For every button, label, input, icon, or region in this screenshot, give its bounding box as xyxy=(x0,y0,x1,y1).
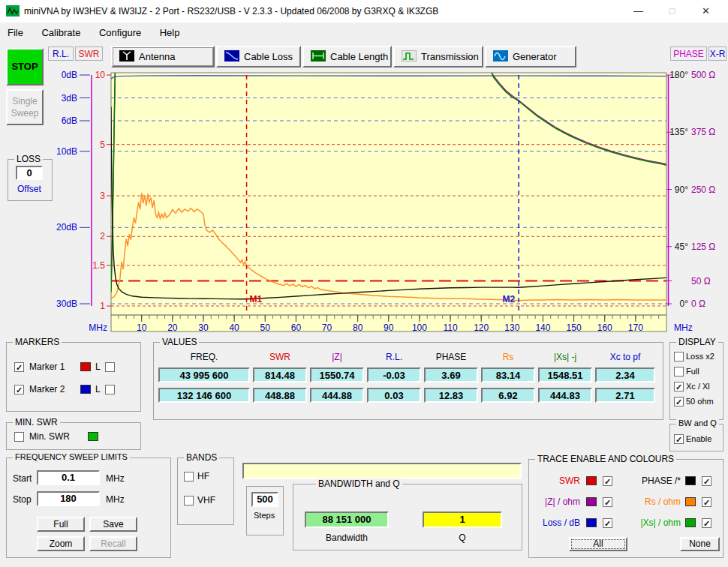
tab-generator[interactable]: Generator xyxy=(485,46,576,68)
trace-swr-label: SWR xyxy=(534,476,580,486)
full-checkbox[interactable] xyxy=(674,367,684,376)
hf-checkbox[interactable] xyxy=(184,472,194,482)
bw-q-group-legend: BW and Q xyxy=(676,418,719,428)
svg-text:120: 120 xyxy=(474,322,489,333)
svg-text:30: 30 xyxy=(198,322,209,333)
xr-axis-label: X-R xyxy=(708,46,726,61)
stop-freq-input[interactable]: 180 xyxy=(37,491,100,506)
values-header-xs: |Xs| -j xyxy=(538,352,592,362)
full-span-button[interactable]: Full xyxy=(37,517,85,532)
x-unit-right: MHz xyxy=(674,322,693,333)
m2-freq-value: 132 146 600 xyxy=(158,388,250,403)
svg-text:110: 110 xyxy=(443,322,457,333)
loss-x2-checkbox[interactable] xyxy=(674,352,684,362)
steps-group: 500 Steps xyxy=(246,486,284,536)
svg-text:70: 70 xyxy=(322,322,332,333)
trace-rs-label: Rs / ohm xyxy=(619,496,681,507)
loss-x2-label: Loss x2 xyxy=(686,352,714,361)
trace-swr-checkbox[interactable]: ✓ xyxy=(603,476,612,486)
steps-input[interactable]: 500 xyxy=(251,492,278,507)
all-traces-button[interactable]: All xyxy=(569,537,627,551)
trace-z-label: |Z| / ohm xyxy=(534,496,580,507)
min-swr-checkbox[interactable] xyxy=(14,432,24,442)
svg-text:10: 10 xyxy=(137,322,147,333)
marker1-color-swatch[interactable] xyxy=(80,362,91,371)
maximize-button: □ xyxy=(655,0,689,22)
no-traces-button[interactable]: None xyxy=(680,537,720,551)
m1-phase-value: 3.69 xyxy=(424,368,478,382)
min-swr-group-legend: MIN. SWR xyxy=(13,417,60,428)
marker2-lock-checkbox[interactable] xyxy=(105,385,115,394)
fifty-ohm-checkbox[interactable]: ✓ xyxy=(674,397,684,406)
svg-text:170: 170 xyxy=(628,322,643,333)
values-header-phase: PHASE xyxy=(424,352,478,362)
steps-label: Steps xyxy=(254,511,275,520)
sweep-chart[interactable]: 1020304050607080901001101201301401501601… xyxy=(0,71,728,338)
menu-help[interactable]: Help xyxy=(152,22,188,43)
values-header-xc: Xc to pf xyxy=(595,352,655,362)
trace-loss-swatch[interactable] xyxy=(586,518,597,527)
stop-unit-label: MHz xyxy=(106,494,125,505)
recall-button[interactable]: Recall xyxy=(89,536,137,551)
svg-text:40: 40 xyxy=(229,322,239,333)
swr-axis-label: SWR xyxy=(75,46,103,61)
trace-phase-swatch[interactable] xyxy=(685,476,696,485)
bands-group: BANDS HF VHF xyxy=(177,458,234,525)
values-header-rl: R.L. xyxy=(367,352,421,362)
start-freq-input[interactable]: 0.1 xyxy=(37,470,100,485)
m1-rs-value: 83.14 xyxy=(481,368,535,382)
tab-transmission[interactable]: Transmission xyxy=(393,46,483,68)
tab-cable-loss[interactable]: Cable Loss xyxy=(216,46,301,68)
values-group-legend: VALUES xyxy=(160,337,199,347)
sweep-limits-legend: FREQUENCY SWEEP LIMITS xyxy=(13,452,130,461)
xc-xl-label: Xc / Xl xyxy=(686,382,710,391)
tab-cable-length[interactable]: Cable Length xyxy=(302,46,392,68)
marker1-checkbox[interactable]: ✓ xyxy=(14,362,24,372)
menu-calibrate[interactable]: Calibrate xyxy=(34,22,88,43)
stop-label: Stop xyxy=(13,494,32,505)
trace-rs-swatch[interactable] xyxy=(685,497,696,506)
save-button[interactable]: Save xyxy=(89,517,137,532)
xc-xl-checkbox[interactable]: ✓ xyxy=(674,382,684,392)
min-swr-color-swatch[interactable] xyxy=(88,432,98,441)
m1-freq-value: 43 995 600 xyxy=(158,368,250,382)
q-label: Q xyxy=(423,532,502,543)
zoom-button[interactable]: Zoom xyxy=(37,536,85,551)
stop-button[interactable]: STOP xyxy=(6,48,44,86)
min-swr-group: MIN. SWR Min. SWR xyxy=(6,422,141,450)
window-title: miniVNA by IW3HEV & IW3IJZ - 2 Port - RS… xyxy=(24,0,438,22)
loss-offset-input[interactable]: 0 xyxy=(16,166,43,180)
rl-axis-label: R.L. xyxy=(48,46,74,61)
single-sweep-button[interactable]: Single Sweep xyxy=(6,89,44,125)
m1-xs-value: 1548.51 xyxy=(538,368,592,382)
marker2-color-swatch[interactable] xyxy=(80,385,91,394)
trace-phase-checkbox[interactable]: ✓ xyxy=(702,476,711,486)
trace-xs-checkbox[interactable]: ✓ xyxy=(702,518,711,528)
svg-text:45°: 45° xyxy=(675,242,688,252)
marker1-lock-checkbox[interactable] xyxy=(105,362,115,372)
svg-text:3dB: 3dB xyxy=(62,93,77,104)
bw-enable-checkbox[interactable]: ✓ xyxy=(674,434,684,444)
cable-length-icon xyxy=(311,50,326,64)
trace-swr-swatch[interactable] xyxy=(586,476,597,485)
values-table: FREQ. SWR |Z| R.L. PHASE Rs |Xs| -j Xc t… xyxy=(158,352,655,403)
minimize-button[interactable]: — xyxy=(621,0,655,22)
vhf-checkbox[interactable] xyxy=(184,496,194,506)
trace-z-swatch[interactable] xyxy=(586,497,597,506)
marker2-checkbox[interactable]: ✓ xyxy=(14,385,24,394)
trace-xs-swatch[interactable] xyxy=(685,518,696,527)
m2-rs-value: 6.92 xyxy=(481,388,535,403)
antenna-icon xyxy=(119,50,134,64)
menu-configure[interactable]: Configure xyxy=(92,22,149,43)
tab-antenna[interactable]: Antenna xyxy=(111,46,215,68)
svg-text:500 Ω: 500 Ω xyxy=(691,71,715,80)
svg-text:50: 50 xyxy=(260,322,271,333)
menu-file[interactable]: File xyxy=(0,22,31,43)
trace-loss-checkbox[interactable]: ✓ xyxy=(603,518,612,528)
marker1-l-label: L xyxy=(95,362,101,372)
m1-swr-value: 814.48 xyxy=(253,368,307,382)
trace-z-checkbox[interactable]: ✓ xyxy=(603,497,612,507)
close-button[interactable]: ✕ xyxy=(689,0,723,22)
trace-rs-checkbox[interactable]: ✓ xyxy=(702,497,711,507)
marker-label-M1: M1 xyxy=(250,294,263,304)
